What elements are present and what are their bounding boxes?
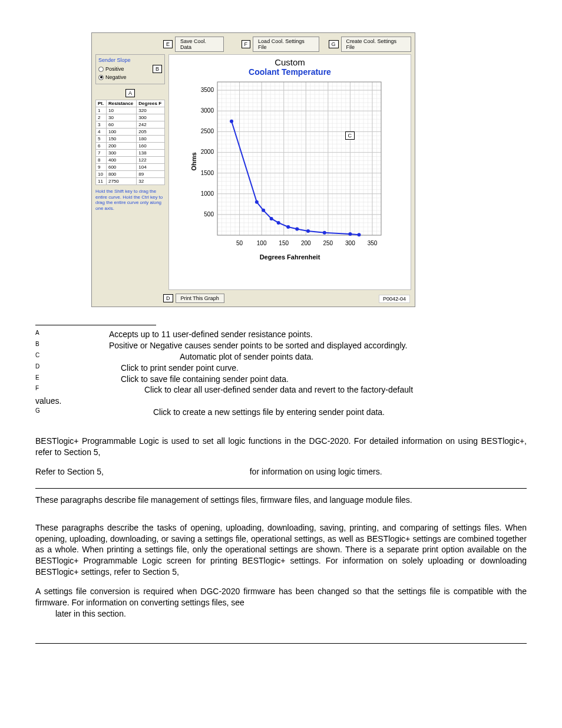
- load-cool-settings-button[interactable]: Load Cool. Settings File: [253, 37, 319, 52]
- svg-text:500: 500: [204, 211, 214, 218]
- svg-point-109: [277, 221, 280, 225]
- svg-text:3000: 3000: [201, 107, 214, 114]
- create-cool-settings-button[interactable]: Create Cool. Settings File: [341, 37, 411, 52]
- table-row[interactable]: 6200160: [96, 143, 165, 150]
- svg-point-107: [262, 209, 265, 212]
- figure-id: P0042-04: [379, 295, 410, 303]
- callout-d: D: [163, 294, 173, 302]
- callout-e: E: [163, 40, 173, 48]
- top-button-row: E Save Cool. Data F Load Cool. Settings …: [163, 37, 411, 52]
- x-axis-label: Degrees Fahrenheit: [171, 253, 408, 261]
- sender-slope-title: Sender Slope: [98, 57, 162, 63]
- svg-text:50: 50: [236, 240, 243, 246]
- svg-point-106: [255, 200, 259, 204]
- svg-point-111: [295, 227, 299, 230]
- table-row[interactable]: 9600104: [96, 164, 165, 171]
- callout-b: B: [153, 65, 162, 73]
- positive-radio[interactable]: [98, 67, 104, 72]
- svg-text:200: 200: [301, 240, 311, 246]
- table-row[interactable]: 110320: [96, 107, 165, 114]
- conversion-para: A settings file conversion is required w…: [35, 586, 527, 620]
- bestlogic-para: BESTlogic+ Programmable Logic is used to…: [35, 436, 527, 458]
- svg-text:250: 250: [323, 240, 333, 246]
- drag-hint: Hold the Shift key to drag the entire cu…: [95, 189, 165, 211]
- graph-area: Custom Coolant Temperature Ohms 50100150…: [168, 54, 411, 290]
- negative-radio[interactable]: [98, 75, 104, 80]
- svg-text:2000: 2000: [201, 149, 214, 155]
- svg-text:2500: 2500: [201, 128, 214, 134]
- table-row[interactable]: 5150180: [96, 136, 165, 143]
- svg-text:3500: 3500: [201, 87, 214, 93]
- table-row[interactable]: 1080089: [96, 171, 165, 178]
- svg-point-108: [270, 217, 273, 220]
- graph-title-coolant: Coolant Temperature: [171, 67, 408, 77]
- settings-files-para: These paragraphs describe the tasks of o…: [35, 522, 527, 578]
- negative-label: Negative: [105, 74, 127, 80]
- table-row[interactable]: 230300: [96, 114, 165, 121]
- svg-point-113: [323, 231, 326, 235]
- graph-title-custom: Custom: [171, 57, 408, 67]
- sender-points-table[interactable]: Pt. Resistance Degrees F 110320230300360…: [95, 100, 165, 185]
- svg-rect-104: [217, 82, 381, 235]
- save-cool-data-button[interactable]: Save Cool. Data: [175, 37, 224, 52]
- table-row[interactable]: 4100205: [96, 129, 165, 136]
- callout-f: F: [242, 40, 251, 48]
- table-row[interactable]: 7300138: [96, 150, 165, 157]
- callout-c: C: [345, 131, 355, 140]
- legend-block: AAccepts up to 11 user-defined sender re…: [35, 329, 527, 418]
- table-header-deg: Degrees F: [137, 100, 165, 107]
- file-mgmt-para: These paragraphs describe file managemen…: [35, 495, 527, 506]
- svg-text:1000: 1000: [201, 190, 214, 197]
- svg-text:150: 150: [279, 240, 289, 246]
- table-row[interactable]: 8400122: [96, 157, 165, 164]
- table-row[interactable]: 360242: [96, 121, 165, 129]
- svg-point-110: [286, 225, 290, 229]
- svg-point-105: [230, 120, 233, 123]
- y-axis-label: Ohms: [190, 152, 197, 170]
- table-header-res: Resistance: [106, 100, 136, 107]
- positive-label: Positive: [105, 66, 124, 72]
- plot-box: Ohms 50100150200250300350500100015002000…: [193, 79, 387, 244]
- svg-text:1500: 1500: [201, 170, 214, 176]
- sender-slope-box: Sender Slope Positive B Negative: [95, 54, 165, 84]
- print-graph-button[interactable]: Print This Graph: [176, 294, 224, 303]
- timers-para: Refer to Section 5, for information on u…: [35, 466, 527, 477]
- callout-a: A: [125, 89, 135, 97]
- settings-screenshot: E Save Cool. Data F Load Cool. Settings …: [91, 32, 415, 307]
- svg-text:300: 300: [345, 240, 355, 246]
- chart-svg: 5010015020025030035050010001500200025003…: [193, 79, 387, 250]
- svg-point-112: [306, 229, 310, 233]
- table-header-pt: Pt.: [96, 100, 107, 107]
- svg-point-114: [348, 232, 352, 236]
- table-row[interactable]: 11275032: [96, 178, 165, 185]
- callout-g: G: [329, 40, 339, 48]
- svg-point-115: [357, 233, 361, 236]
- body-text: AAccepts up to 11 user-defined sender re…: [35, 325, 527, 644]
- svg-text:350: 350: [368, 240, 378, 246]
- svg-text:100: 100: [257, 240, 267, 246]
